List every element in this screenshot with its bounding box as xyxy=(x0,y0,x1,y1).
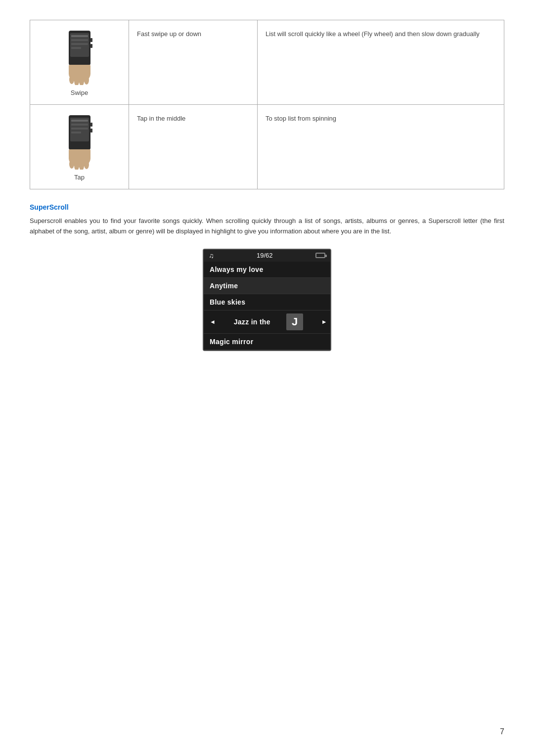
screen-mockup-container: ♫ 19/62 Always my love Anytime Blue skie… xyxy=(30,249,504,351)
tap-action-cell: Tap in the middle xyxy=(129,105,258,189)
superscroll-body: Superscroll enables you to find your fav… xyxy=(30,216,504,237)
svg-rect-7 xyxy=(90,44,92,48)
swipe-illustration xyxy=(38,28,121,85)
table-row: Swipe Fast swipe up or down List will sc… xyxy=(30,20,504,105)
tap-label: Tap xyxy=(38,174,121,181)
page-number: 7 xyxy=(500,727,504,736)
svg-rect-16 xyxy=(71,120,88,122)
svg-rect-3 xyxy=(71,39,88,41)
svg-rect-6 xyxy=(90,38,92,42)
svg-rect-21 xyxy=(90,129,92,133)
svg-rect-23 xyxy=(69,149,90,159)
superscroll-title: SuperScroll xyxy=(30,203,504,211)
swipe-device-icon xyxy=(60,28,99,85)
device-screen: ♫ 19/62 Always my love Anytime Blue skie… xyxy=(203,249,331,351)
song-title: Blue skies xyxy=(210,298,245,306)
svg-rect-9 xyxy=(69,65,90,75)
list-item: Always my love xyxy=(204,262,330,278)
tap-image-cell: Tap xyxy=(30,105,129,189)
tap-action-text: Tap in the middle xyxy=(137,115,185,122)
svg-rect-17 xyxy=(71,124,88,126)
svg-point-13 xyxy=(84,76,89,85)
gesture-table: Swipe Fast swipe up or down List will sc… xyxy=(30,20,504,189)
swipe-action-cell: Fast swipe up or down xyxy=(129,20,258,105)
next-arrow: ► xyxy=(321,318,327,325)
table-row: Tap Tap in the middle To stop list from … xyxy=(30,105,504,189)
tap-desc-text: To stop list from spinning xyxy=(266,115,336,122)
svg-rect-5 xyxy=(71,47,81,49)
song-title: Anytime xyxy=(210,282,238,290)
song-title: Jazz in the xyxy=(234,318,270,326)
svg-point-24 xyxy=(69,160,74,169)
tap-illustration xyxy=(38,113,121,170)
superscroll-letter: J xyxy=(286,313,303,330)
svg-rect-20 xyxy=(90,123,92,127)
swipe-desc-cell: List will scroll quickly like a wheel (F… xyxy=(258,20,504,105)
swipe-action-text: Fast swipe up or down xyxy=(137,30,201,38)
battery-icon xyxy=(315,253,325,258)
prev-arrow: ◄ xyxy=(210,318,216,325)
screen-header: ♫ 19/62 xyxy=(204,250,330,262)
svg-rect-4 xyxy=(71,43,88,45)
swipe-desc-text: List will scroll quickly like a wheel (F… xyxy=(266,30,480,38)
track-counter: 19/62 xyxy=(257,252,273,259)
superscroll-section: SuperScroll Superscroll enables you to f… xyxy=(30,203,504,351)
svg-point-10 xyxy=(69,75,74,84)
swipe-image-cell: Swipe xyxy=(30,20,129,105)
list-item: Magic mirror xyxy=(204,334,330,350)
list-item-active: ◄ Jazz in the J ► xyxy=(204,311,330,334)
music-icon: ♫ xyxy=(209,252,214,260)
swipe-label: Swipe xyxy=(38,89,121,96)
list-item: Anytime xyxy=(204,278,330,294)
svg-rect-18 xyxy=(71,128,88,130)
svg-point-27 xyxy=(84,160,89,169)
song-title: Always my love xyxy=(210,266,263,273)
tap-device-icon xyxy=(60,113,99,170)
song-title: Magic mirror xyxy=(210,338,253,346)
svg-rect-19 xyxy=(71,132,81,133)
svg-rect-2 xyxy=(71,35,88,37)
song-list: Always my love Anytime Blue skies ◄ Jazz… xyxy=(204,262,330,350)
tap-desc-cell: To stop list from spinning xyxy=(258,105,504,189)
list-item: Blue skies xyxy=(204,294,330,311)
